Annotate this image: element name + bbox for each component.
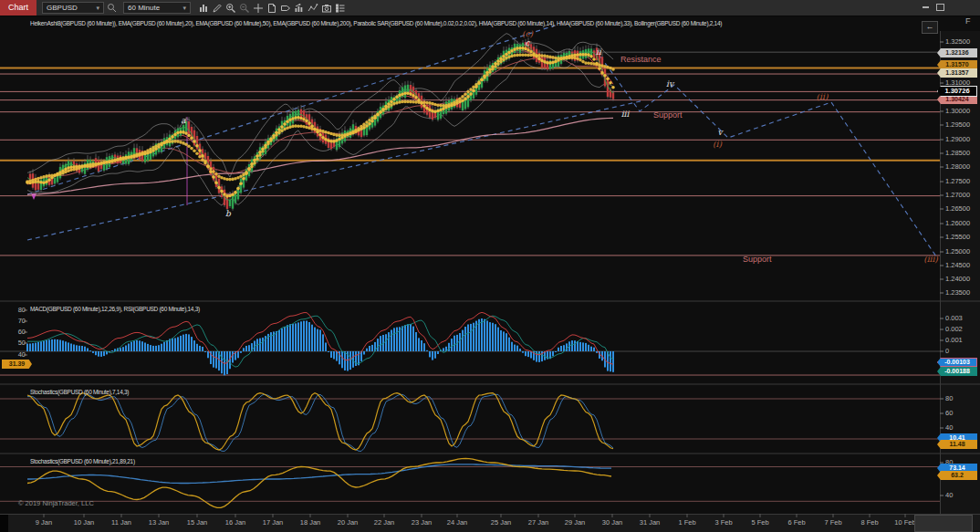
zoom-in-icon-button[interactable]	[224, 1, 237, 15]
restore-button[interactable]	[934, 2, 946, 13]
draw-pencil-icon-button[interactable]	[211, 1, 224, 15]
chart-canvas[interactable]	[0, 0, 980, 532]
toolbar: Chart GBPUSD ▾ 60 Minute ▾	[0, 0, 980, 16]
interval-select[interactable]: 60 Minute ▾	[123, 2, 191, 14]
instrument-select[interactable]: GBPUSD ▾	[42, 2, 104, 14]
snapshot-icon-button[interactable]	[320, 1, 333, 15]
chevron-down-icon: ▾	[97, 5, 100, 12]
instrument-value: GBPUSD	[47, 4, 78, 12]
new-window-icon-button[interactable]	[266, 1, 278, 15]
search-icon[interactable]	[105, 1, 118, 15]
alert-tag-icon-button[interactable]	[279, 1, 292, 15]
scroll-to-latest-button[interactable]: ←	[922, 21, 938, 34]
properties-icon-button[interactable]	[334, 1, 347, 15]
minimize-button[interactable]	[920, 2, 932, 13]
crosshair-icon-button[interactable]	[252, 1, 265, 15]
ninjatrader-chart-window: Chart GBPUSD ▾ 60 Minute ▾	[0, 0, 980, 532]
chevron-down-icon: ▾	[183, 5, 187, 12]
chart-tab[interactable]: Chart	[0, 0, 36, 16]
bottom-left-corner	[0, 515, 8, 532]
indicators-icon-button[interactable]	[293, 1, 306, 15]
interval-value: 60 Minute	[128, 4, 160, 12]
bar-type-icon-button[interactable]	[197, 1, 210, 15]
zoom-out-icon-button[interactable]	[238, 1, 251, 15]
horizontal-scrollbar-thumb[interactable]	[914, 515, 973, 532]
trend-tool-icon-button[interactable]	[307, 1, 319, 15]
